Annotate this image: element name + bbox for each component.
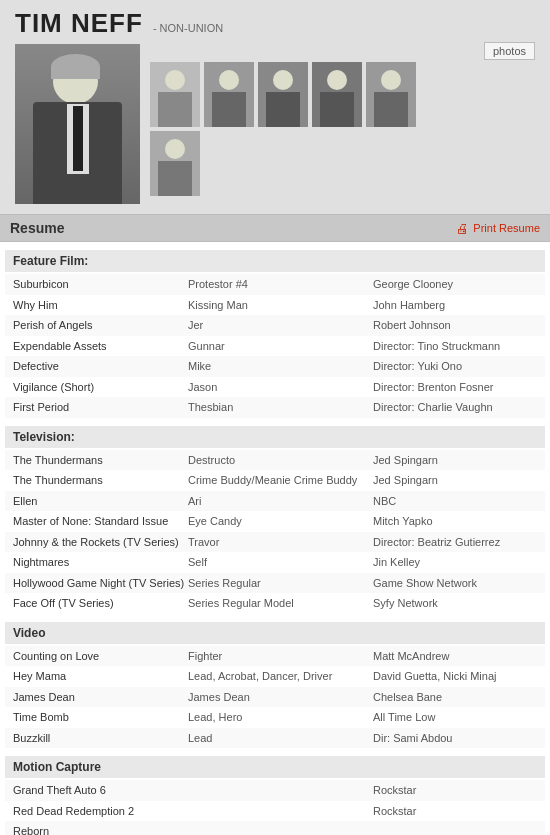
video-header: Video — [5, 622, 545, 644]
table-row: Hey MamaLead, Acrobat, Dancer, DriverDav… — [5, 666, 545, 687]
feature-film-section: Feature Film: SuburbiconProtestor #4Geor… — [5, 250, 545, 418]
table-row: First PeriodThesbianDirector: Charlie Va… — [5, 397, 545, 418]
table-row: EllenAriNBC — [5, 491, 545, 512]
table-row: Master of None: Standard IssueEye CandyM… — [5, 511, 545, 532]
table-row: Face Off (TV Series)Series Regular Model… — [5, 593, 545, 614]
table-row: SuburbiconProtestor #4George Clooney — [5, 274, 545, 295]
photos-button[interactable]: photos — [484, 42, 535, 60]
print-resume-label[interactable]: Print Resume — [473, 222, 540, 234]
table-row: NightmaresSelfJin Kelley — [5, 552, 545, 573]
television-header: Television: — [5, 426, 545, 448]
motion-capture-section: Motion Capture Grand Theft Auto 6Rocksta… — [5, 756, 545, 835]
photo-thumb-1[interactable] — [150, 62, 200, 127]
print-resume-button[interactable]: 🖨 Print Resume — [456, 221, 540, 236]
feature-film-header: Feature Film: — [5, 250, 545, 272]
table-row: Hollywood Game Night (TV Series)Series R… — [5, 573, 545, 594]
table-row: James DeanJames DeanChelsea Bane — [5, 687, 545, 708]
photo-thumb-2[interactable] — [204, 62, 254, 127]
table-row: Counting on LoveFighterMatt McAndrew — [5, 646, 545, 667]
table-row: The ThundermansCrime Buddy/Meanie Crime … — [5, 470, 545, 491]
photo-thumb-3[interactable] — [258, 62, 308, 127]
table-row: DefectiveMikeDirector: Yuki Ono — [5, 356, 545, 377]
photo-thumb-6[interactable] — [150, 131, 200, 196]
print-icon: 🖨 — [456, 221, 469, 236]
resume-section-title: Resume — [10, 220, 64, 236]
photo-thumb-4[interactable] — [312, 62, 362, 127]
header-area: photos — [0, 39, 550, 214]
table-row: The ThundermansDestructoJed Spingarn — [5, 450, 545, 471]
table-row: Reborn — [5, 821, 545, 835]
video-section: Video Counting on LoveFighterMatt McAndr… — [5, 622, 545, 749]
actor-name: TIM NEFF — [15, 8, 143, 39]
table-row: Why HimKissing ManJohn Hamberg — [5, 295, 545, 316]
motion-capture-header: Motion Capture — [5, 756, 545, 778]
main-photo[interactable] — [15, 44, 140, 204]
television-section: Television: The ThundermansDestructoJed … — [5, 426, 545, 614]
table-row: Vigilance (Short)JasonDirector: Brenton … — [5, 377, 545, 398]
photos-panel: photos — [140, 44, 535, 196]
table-row: Time BombLead, HeroAll Time Low — [5, 707, 545, 728]
table-row: Grand Theft Auto 6Rockstar — [5, 780, 545, 801]
table-row: Perish of AngelsJerRobert Johnson — [5, 315, 545, 336]
union-badge: - NON-UNION — [153, 22, 223, 34]
table-row: BuzzkillLeadDir: Sami Abdou — [5, 728, 545, 749]
photo-thumb-5[interactable] — [366, 62, 416, 127]
table-row: Expendable AssetsGunnarDirector: Tino St… — [5, 336, 545, 357]
header-name-area: TIM NEFF - NON-UNION — [0, 0, 550, 39]
table-row: Johnny & the Rockets (TV Series)TravorDi… — [5, 532, 545, 553]
resume-body: Feature Film: SuburbiconProtestor #4Geor… — [0, 250, 550, 835]
resume-header-bar: Resume 🖨 Print Resume — [0, 214, 550, 242]
table-row: Red Dead Redemption 2Rockstar — [5, 801, 545, 822]
